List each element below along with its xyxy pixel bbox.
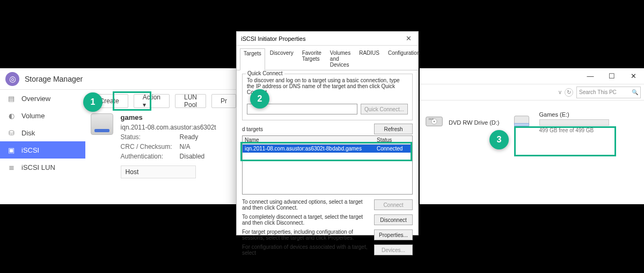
- tab-targets[interactable]: Targets: [240, 48, 265, 70]
- status-key: Status:: [121, 133, 180, 141]
- hdd-drive-icon: [513, 112, 531, 133]
- callout-2: 2: [250, 89, 269, 109]
- dialog-title: iSCSI Initiator Properties: [241, 35, 305, 42]
- lun-pool-button[interactable]: LUN Pool: [175, 94, 206, 108]
- callout-3: 3: [489, 130, 509, 149]
- games-drive-usage-bar: [539, 119, 609, 126]
- target-status-cell: Connected: [375, 145, 412, 153]
- discovered-targets-table[interactable]: Name Status iqn.2011-08.com.asustor:as63…: [242, 135, 413, 195]
- connect-button[interactable]: Connect: [374, 199, 413, 210]
- properties-button[interactable]: Properties...: [374, 229, 413, 240]
- dvd-drive-icon: DVD: [425, 112, 443, 133]
- minimize-button[interactable]: —: [580, 68, 601, 84]
- sidebar-item-volume[interactable]: ◐ Volume: [0, 107, 85, 124]
- sidebar-label: iSCSI LUN: [21, 163, 55, 171]
- help-devices: For configuration of devices associated …: [242, 244, 370, 256]
- dvd-drive-label: DVD RW Drive (D:): [449, 119, 500, 126]
- refresh-icon[interactable]: ↻: [565, 88, 573, 97]
- dvd-drive-item[interactable]: DVD DVD RW Drive (D:): [425, 109, 500, 135]
- help-connect: To connect using advanced options, selec…: [242, 199, 370, 211]
- iscsi-target-card: games iqn.2011-08.com.asustor:as6302t St…: [91, 113, 236, 178]
- auth-value: Disabled: [180, 153, 205, 160]
- tab-discovery[interactable]: Discovery: [266, 48, 297, 70]
- svg-text:DVD: DVD: [429, 117, 434, 120]
- sidebar-label: iSCSI: [21, 146, 39, 154]
- col-name-header: Name: [243, 136, 375, 144]
- crc-key: CRC / Checksum:: [121, 143, 180, 150]
- sidebar-item-iscsi-lun[interactable]: ≣ iSCSI LUN: [0, 159, 85, 176]
- iscsi-initiator-dialog: iSCSI Initiator Properties ✕ Targets Dis…: [236, 31, 419, 235]
- action-button[interactable]: Action ▾: [134, 94, 170, 108]
- storage-manager-toolbar: Create Action ▾ LUN Pool Pr: [91, 94, 236, 108]
- disconnect-button[interactable]: Disconnect: [374, 214, 413, 225]
- host-field[interactable]: Host: [121, 166, 196, 178]
- status-value: Ready: [180, 133, 199, 141]
- quick-connect-button[interactable]: Quick Connect...: [361, 104, 408, 114]
- target-name: games: [121, 113, 216, 121]
- sidebar-label: Overview: [21, 95, 50, 103]
- games-drive-item[interactable]: Games (E:) 499 GB free of 499 GB: [513, 109, 612, 135]
- storage-manager-title: Storage Manager: [25, 75, 83, 83]
- dialog-titlebar: iSCSI Initiator Properties ✕: [237, 32, 418, 46]
- discovered-targets-label: d targets: [242, 126, 263, 132]
- games-drive-free: 499 GB free of 499 GB: [539, 127, 609, 133]
- storage-manager-logo-icon: ◎: [5, 72, 19, 86]
- tab-configuration[interactable]: Configuration: [384, 48, 423, 70]
- auth-key: Authentication:: [121, 153, 180, 160]
- storage-manager-sidebar: ▤ Overview ◐ Volume ⛁ Disk ▣ iSCSI ≣ iSC…: [0, 90, 85, 204]
- explorer-address-bar: v ↻ Search This PC 🔍: [420, 84, 644, 100]
- svg-rect-5: [514, 123, 529, 126]
- search-icon: 🔍: [632, 89, 638, 95]
- col-status-header: Status: [375, 136, 412, 144]
- crc-value: N/A: [180, 143, 191, 150]
- dialog-tabs: Targets Discovery Favorite Targets Volum…: [237, 46, 418, 70]
- help-properties: For target properties, including configu…: [242, 229, 370, 241]
- maximize-button[interactable]: ☐: [601, 68, 623, 84]
- quick-connect-label: Quick Connect: [246, 70, 284, 76]
- refresh-button[interactable]: Refresh: [374, 124, 413, 134]
- callout-1: 1: [83, 92, 103, 112]
- games-drive-label: Games (E:): [539, 111, 609, 118]
- target-iqn-cell: iqn.2011-08.com.asustor:as6302t-8bdabd.g…: [243, 145, 375, 153]
- overview-icon: ▤: [6, 94, 16, 103]
- table-header: Name Status: [243, 136, 412, 145]
- sidebar-label: Disk: [21, 129, 35, 137]
- help-disconnect: To completely disconnect a target, selec…: [242, 214, 370, 226]
- disk-icon: ⛁: [6, 128, 16, 138]
- file-explorer-window: — ☐ ✕ v ↻ Search This PC 🔍 DVD DVD RW Dr…: [420, 68, 644, 204]
- quick-connect-desc: To discover and log on to a target using…: [247, 77, 408, 95]
- svg-point-2: [434, 120, 435, 122]
- storage-manager-titlebar: ◎ Storage Manager: [0, 68, 241, 90]
- iscsi-lun-icon: ≣: [6, 162, 16, 172]
- sidebar-item-overview[interactable]: ▤ Overview: [0, 90, 85, 107]
- storage-manager-window: ◎ Storage Manager ▤ Overview ◐ Volume ⛁ …: [0, 68, 241, 204]
- iscsi-icon: ▣: [6, 145, 16, 155]
- close-button[interactable]: ✕: [623, 68, 644, 84]
- dialog-close-button[interactable]: ✕: [404, 34, 414, 42]
- disk-drive-icon: [91, 113, 113, 135]
- sidebar-label: Volume: [21, 112, 45, 120]
- volume-icon: ◐: [6, 111, 16, 120]
- search-placeholder: Search This PC: [579, 89, 617, 95]
- sidebar-item-disk[interactable]: ⛁ Disk: [0, 124, 85, 141]
- devices-button[interactable]: Devices...: [374, 245, 413, 255]
- tab-radius[interactable]: RADIUS: [355, 48, 383, 70]
- tab-volumes-devices[interactable]: Volumes and Devices: [326, 48, 354, 70]
- storage-manager-main: Create Action ▾ LUN Pool Pr games iqn.20…: [85, 90, 241, 204]
- search-box[interactable]: Search This PC 🔍: [576, 87, 641, 98]
- table-row[interactable]: iqn.2011-08.com.asustor:as6302t-8bdabd.g…: [243, 145, 412, 153]
- preferences-button[interactable]: Pr: [211, 94, 236, 108]
- tab-favorite-targets[interactable]: Favorite Targets: [298, 48, 325, 70]
- target-iqn: iqn.2011-08.com.asustor:as6302t: [121, 124, 216, 131]
- explorer-titlebar: — ☐ ✕: [420, 68, 644, 84]
- sidebar-item-iscsi[interactable]: ▣ iSCSI: [0, 141, 85, 159]
